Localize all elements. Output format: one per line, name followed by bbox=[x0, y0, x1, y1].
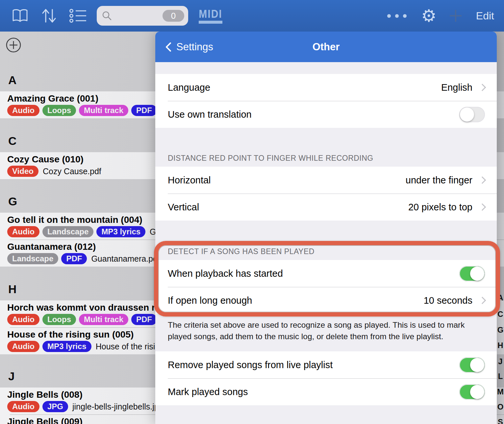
section-letter: J bbox=[8, 370, 14, 383]
song-file: jingle-bells-jinglebells.jpg bbox=[72, 402, 164, 412]
when-playback-row[interactable]: When playback has started bbox=[155, 260, 497, 287]
search-icon bbox=[102, 11, 112, 21]
tag-badge: MP3 lyrics bbox=[96, 226, 145, 237]
song-file: House of the risin bbox=[96, 342, 160, 351]
add-icon[interactable] bbox=[449, 9, 462, 22]
index-letter[interactable]: M bbox=[497, 387, 504, 396]
row-value: under the finger bbox=[406, 175, 472, 186]
use-own-translation-row[interactable]: Use own translation bbox=[155, 101, 497, 128]
row-label: Vertical bbox=[168, 202, 199, 213]
section-letter: G bbox=[8, 195, 17, 208]
chevron-right-icon bbox=[479, 297, 486, 304]
row-label: If open long enough bbox=[168, 295, 252, 306]
row-value: 20 pixels to top bbox=[408, 202, 472, 213]
tag-badge: PDF bbox=[131, 105, 157, 116]
tag-badge: Landscape bbox=[42, 226, 93, 237]
back-button[interactable]: Settings bbox=[164, 41, 213, 53]
alphabet-index: A C G H J L M O S bbox=[497, 32, 504, 424]
tag-badge: Multi track bbox=[79, 314, 128, 325]
chevron-right-icon bbox=[479, 84, 486, 91]
tag-badge: Audio bbox=[7, 105, 39, 116]
row-label: Horizontal bbox=[168, 175, 211, 186]
section-letter: C bbox=[8, 134, 16, 148]
index-letter[interactable]: A bbox=[497, 293, 504, 302]
vertical-row[interactable]: Vertical 20 pixels to top bbox=[155, 194, 497, 221]
midi-indicator[interactable]: MIDI bbox=[197, 8, 224, 24]
index-letter[interactable]: H bbox=[497, 341, 504, 350]
tag-badge: Audio bbox=[7, 401, 39, 412]
tag-badge: Audio bbox=[7, 341, 39, 352]
chevron-left-icon bbox=[164, 42, 172, 52]
tag-badge: MP3 lyrics bbox=[42, 341, 91, 352]
tag-badge: Loops bbox=[42, 105, 76, 116]
tag-badge: Audio bbox=[7, 314, 39, 325]
index-letter[interactable]: L bbox=[497, 372, 504, 381]
song-file: Cozy Cause.pdf bbox=[43, 167, 101, 176]
settings-popover: Other Settings Language English Use own … bbox=[155, 32, 497, 424]
chevron-right-icon bbox=[479, 203, 486, 211]
settings-gear-icon[interactable]: ⚙ bbox=[421, 7, 437, 24]
search-input[interactable]: 0 bbox=[97, 6, 188, 26]
index-letter[interactable]: C bbox=[497, 310, 504, 319]
search-count-badge: 0 bbox=[163, 10, 184, 22]
setlist-icon[interactable] bbox=[69, 8, 87, 23]
remove-played-row[interactable]: Remove played songs from live playlist bbox=[155, 351, 497, 378]
tag-badge: Audio bbox=[7, 226, 39, 237]
tag-badge: JPG bbox=[42, 401, 68, 412]
if-open-row[interactable]: If open long enough 10 seconds bbox=[155, 287, 497, 314]
midi-logo: MIDI bbox=[199, 7, 222, 20]
row-label: Language bbox=[168, 82, 210, 93]
library-book-icon[interactable] bbox=[11, 8, 29, 23]
index-letter[interactable]: J bbox=[497, 357, 504, 366]
horizontal-row[interactable]: Horizontal under the finger bbox=[155, 167, 497, 194]
tag-badge: Loops bbox=[42, 314, 76, 325]
index-letter[interactable]: G bbox=[497, 325, 504, 335]
add-song-button[interactable] bbox=[6, 37, 21, 53]
song-file: Guantanamera.pdf bbox=[91, 254, 160, 264]
language-row[interactable]: Language English bbox=[155, 74, 497, 101]
index-letter[interactable]: O bbox=[497, 402, 504, 412]
tag-badge: PDF bbox=[131, 314, 157, 325]
more-options-icon[interactable] bbox=[387, 14, 407, 18]
tag-badge: Landscape bbox=[7, 253, 58, 264]
row-label: Mark played songs bbox=[168, 387, 248, 397]
top-toolbar: 0 MIDI ⚙ Edit bbox=[0, 0, 504, 32]
section-letter: A bbox=[8, 74, 16, 87]
section-letter: H bbox=[8, 283, 16, 296]
row-value: 10 seconds bbox=[424, 295, 472, 306]
edit-button[interactable]: Edit bbox=[476, 10, 494, 22]
popover-header: Other Settings bbox=[155, 32, 497, 62]
index-letter[interactable]: S bbox=[497, 417, 504, 424]
midi-logo-bar bbox=[199, 21, 222, 24]
row-label: Use own translation bbox=[168, 109, 252, 120]
back-label: Settings bbox=[176, 41, 213, 53]
mark-played-row[interactable]: Mark played songs bbox=[155, 378, 497, 405]
mark-played-toggle[interactable] bbox=[459, 384, 485, 400]
remove-played-toggle[interactable] bbox=[459, 357, 485, 373]
sort-icon[interactable] bbox=[41, 8, 57, 24]
chevron-right-icon bbox=[479, 177, 486, 184]
row-value: English bbox=[441, 82, 472, 93]
use-own-translation-toggle[interactable] bbox=[459, 107, 485, 122]
row-label: When playback has started bbox=[168, 268, 283, 279]
detect-footer-note: The criteria set above are used to recog… bbox=[155, 314, 484, 342]
section-header-distance: DISTANCE RED POINT TO FINGER WHILE RECOR… bbox=[155, 128, 497, 167]
tag-badge: Multi track bbox=[79, 105, 128, 116]
when-playback-toggle[interactable] bbox=[459, 266, 485, 281]
tag-badge: Video bbox=[7, 166, 38, 177]
row-label: Remove played songs from live playlist bbox=[168, 360, 333, 370]
tag-badge: PDF bbox=[61, 253, 87, 264]
section-header-detect: DETECT IF A SONG HAS BEEN PLAYED bbox=[155, 221, 497, 260]
